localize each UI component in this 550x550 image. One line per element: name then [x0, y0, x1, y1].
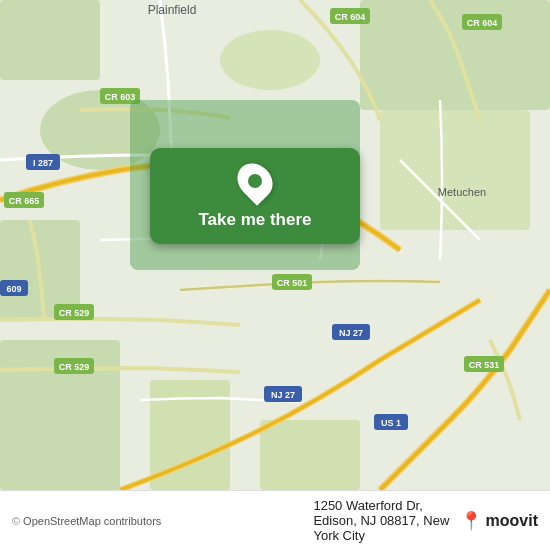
svg-rect-7: [260, 420, 360, 490]
svg-text:CR 531: CR 531: [469, 360, 500, 370]
address-section: 1250 Waterford Dr, Edison, NJ 08817, New…: [313, 498, 453, 543]
svg-text:Metuchen: Metuchen: [438, 186, 486, 198]
svg-text:609: 609: [6, 284, 21, 294]
svg-rect-2: [360, 0, 550, 110]
attribution-text: OpenStreetMap contributors: [23, 515, 161, 527]
svg-text:CR 603: CR 603: [105, 92, 136, 102]
svg-text:I 287: I 287: [33, 158, 53, 168]
svg-text:CR 604: CR 604: [467, 18, 498, 28]
svg-text:CR 501: CR 501: [277, 278, 308, 288]
address-label: 1250 Waterford Dr, Edison, NJ 08817, New…: [313, 498, 453, 543]
svg-text:CR 529: CR 529: [59, 308, 90, 318]
map-container: CR 604 CR 604 CR 603 I 287 I CR 665 Metu…: [0, 0, 550, 490]
svg-rect-1: [0, 0, 100, 80]
svg-text:NJ 27: NJ 27: [271, 390, 295, 400]
take-me-there-button[interactable]: Take me there: [150, 148, 360, 244]
copyright-symbol: ©: [12, 515, 20, 527]
bottom-bar: © OpenStreetMap contributors 1250 Waterf…: [0, 490, 550, 550]
svg-point-9: [220, 30, 320, 90]
svg-text:CR 529: CR 529: [59, 362, 90, 372]
svg-rect-3: [380, 110, 530, 230]
moovit-pin-icon: 📍: [460, 510, 482, 532]
location-pin-icon: [230, 156, 279, 205]
moovit-logo: 📍 moovit: [460, 510, 538, 532]
copyright-notice: © OpenStreetMap contributors: [12, 515, 161, 527]
callout-label: Take me there: [198, 210, 311, 230]
svg-text:NJ 27: NJ 27: [339, 328, 363, 338]
moovit-brand-name: moovit: [486, 512, 538, 530]
svg-text:CR 665: CR 665: [9, 196, 40, 206]
svg-text:CR 604: CR 604: [335, 12, 366, 22]
svg-text:US 1: US 1: [381, 418, 401, 428]
svg-text:Plainfield: Plainfield: [148, 3, 197, 17]
